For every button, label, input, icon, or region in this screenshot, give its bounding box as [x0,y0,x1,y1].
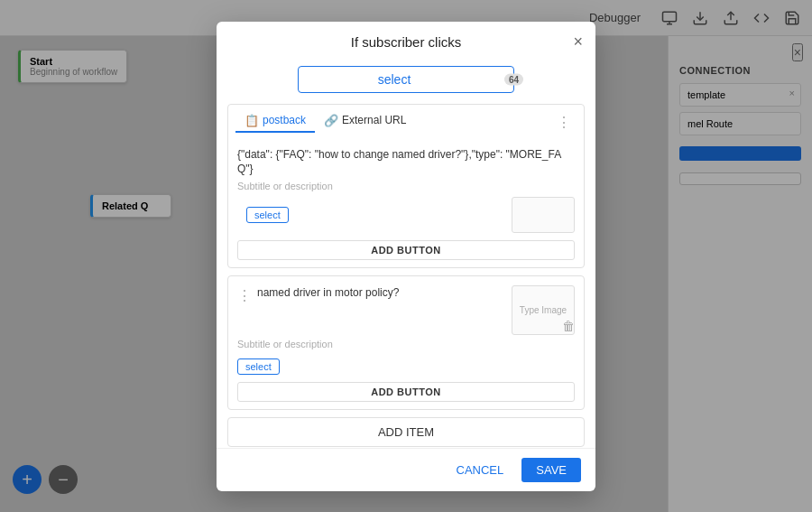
card-title-2: named driver in motor policy? [257,285,504,301]
modal-close-button[interactable]: × [573,33,583,51]
card-item-2: ⋮ named driver in motor policy? Type Ima… [227,275,585,410]
external-url-tab[interactable]: 🔗 External URL [315,110,415,133]
postback-tab[interactable]: 📋 postback [235,110,315,133]
modal: If subscriber clicks × 64 📋 postback 🔗 E… [217,22,595,491]
external-url-tab-label: External URL [342,114,406,126]
card-item-2-content: named driver in motor policy? [257,285,504,301]
card-2-add-button[interactable]: ADD BUTTON [237,382,575,402]
card-1-select-button[interactable]: select [246,207,289,223]
card-item-1-content: {"data": {"FAQ": "how to change named dr… [237,147,575,178]
select-input[interactable] [298,66,514,93]
card-item-2-header: ⋮ named driver in motor policy? Type Ima… [228,276,584,339]
modal-footer: CANCEL SAVE [217,448,595,491]
card-subtitle-2: Subtitle or description [228,339,584,355]
card-subtitle-1: Subtitle or description [228,181,584,197]
save-button[interactable]: SAVE [521,458,581,482]
postback-icon: 📋 [245,114,259,127]
card-item-1: 📋 postback 🔗 External URL ⋮ {"data": {"F… [227,104,585,269]
select-badge: 64 [504,73,523,85]
link-icon: 🔗 [324,114,338,127]
cancel-button[interactable]: CANCEL [449,460,512,480]
modal-body: 📋 postback 🔗 External URL ⋮ {"data": {"F… [217,104,595,448]
select-input-wrap: 64 [298,66,514,93]
card-2-select-button[interactable]: select [237,358,280,375]
select-row: 64 [217,59,595,104]
modal-title: If subscriber clicks [231,34,581,50]
add-item-button[interactable]: ADD ITEM [227,417,585,447]
modal-header: If subscriber clicks × [217,22,595,59]
postback-tabs: 📋 postback 🔗 External URL ⋮ [228,105,584,138]
postback-tab-label: postback [263,114,306,126]
card-2-delete-button[interactable]: 🗑 [562,319,575,333]
card-item-1-header: {"data": {"FAQ": "how to change named dr… [228,138,584,182]
drag-handle-1[interactable]: ⋮ [557,112,571,131]
card-1-add-button[interactable]: ADD BUTTON [237,240,575,260]
drag-handle-2[interactable]: ⋮ [237,285,252,304]
card-json-text-1: {"data": {"FAQ": "how to change named dr… [237,147,575,178]
